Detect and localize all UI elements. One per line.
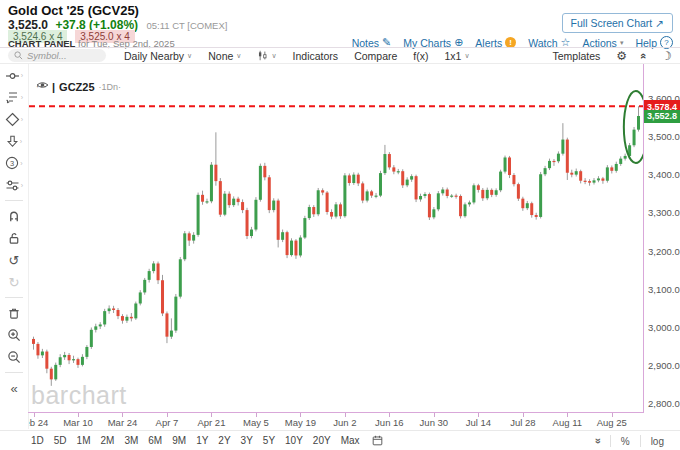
shapes-tool-icon[interactable]: ›: [0, 108, 28, 130]
candle-body-up: [375, 196, 378, 197]
candle-body-down: [566, 140, 569, 173]
grid-layout-dropdown[interactable]: 1x1 ∨: [444, 50, 469, 62]
candle-body-up: [317, 190, 320, 214]
annotations-tool-icon[interactable]: ›: [0, 86, 28, 108]
candle-body-down: [490, 190, 493, 195]
price-axis[interactable]: 3,578.4 3,552.8 3,600.03,500.03,400.03,3…: [645, 64, 680, 413]
x-axis-label: May 5: [243, 417, 269, 428]
candle-body-down: [455, 196, 458, 197]
series-label[interactable]: ⋯ | GCZ25 ·1Dn·: [36, 80, 121, 93]
unlock-icon[interactable]: [0, 227, 28, 249]
candle-body-down: [246, 210, 249, 236]
collapse-toolbar-icon[interactable]: «: [638, 52, 650, 58]
period-3y[interactable]: 3Y: [241, 435, 253, 448]
candle-body-up: [335, 204, 338, 216]
candle-body-up: [544, 168, 547, 174]
candle-body-up: [633, 130, 636, 146]
period-10y[interactable]: 10Y: [285, 435, 303, 448]
quote-time: 05:11 CT [COMEX]: [146, 20, 227, 31]
chart-type-dropdown[interactable]: ∨: [257, 50, 276, 61]
period-2y[interactable]: 2Y: [218, 435, 230, 448]
candle-body-up: [432, 209, 435, 217]
candle-body-up: [637, 116, 640, 130]
candle-body-down: [446, 190, 449, 196]
y-axis-label: 3,200.0: [648, 246, 680, 257]
candle-body-down: [521, 199, 524, 209]
dark-mode-moon-icon[interactable]: ☾: [661, 49, 672, 63]
y-axis-label: 2,900.0: [648, 360, 680, 371]
trash-icon[interactable]: [0, 302, 28, 324]
candle-body-down: [241, 202, 244, 210]
trendline-tool-icon[interactable]: ›: [0, 64, 28, 86]
candle-body-up: [170, 331, 173, 337]
gear-icon[interactable]: ⚙: [616, 49, 627, 63]
indicators-button[interactable]: Indicators: [293, 50, 339, 62]
date-axis[interactable]: Feb 24Mar 10Mar 24Apr 7Apr 21May 5May 19…: [29, 413, 643, 429]
collapse-panel-down-icon[interactable]: «: [584, 433, 610, 449]
redo-icon[interactable]: ↻: [0, 271, 28, 293]
sidebar-divider: [5, 372, 23, 373]
templates-button[interactable]: Templates: [552, 50, 600, 62]
period-5y[interactable]: 5Y: [263, 435, 275, 448]
candle-body-down: [277, 201, 280, 240]
calendar-icon[interactable]: [372, 435, 383, 448]
y-axis-label: 3,400.0: [648, 169, 680, 180]
x-axis-label: Jun 2: [333, 417, 356, 428]
period-2m[interactable]: 2M: [101, 435, 115, 448]
candle-body-down: [361, 183, 364, 200]
period-5d[interactable]: 5D: [54, 435, 67, 448]
candle-body-down: [579, 171, 582, 181]
candle-body-down: [219, 181, 222, 215]
chevron-down-icon: ∨: [187, 52, 192, 60]
frequency-dropdown[interactable]: Daily Nearby ∨: [124, 50, 192, 62]
fx-button[interactable]: f(x): [413, 50, 428, 62]
candle-body-up: [606, 167, 609, 180]
candle-body-up: [152, 263, 155, 271]
compare-button[interactable]: Compare: [354, 50, 397, 62]
period-6m[interactable]: 6M: [148, 435, 162, 448]
candle-body-up: [108, 308, 111, 311]
candle-body-down: [481, 190, 484, 198]
magnet-icon[interactable]: [0, 205, 28, 227]
zoom-out-icon[interactable]: [0, 346, 28, 368]
period-3m[interactable]: 3M: [124, 435, 138, 448]
candle-body-up: [406, 180, 409, 186]
tools-dropdown[interactable]: None ∨: [208, 50, 241, 62]
period-1m[interactable]: 1M: [77, 435, 91, 448]
candle-body-up: [125, 317, 128, 321]
series-symbol: GCZ25: [59, 81, 94, 93]
period-20y[interactable]: 20Y: [313, 435, 331, 448]
period-max[interactable]: Max: [341, 435, 360, 448]
period-1y[interactable]: 1Y: [196, 435, 208, 448]
zoom-in-icon[interactable]: [0, 324, 28, 346]
period-buttons: 1D 5D 1M 2M 3M 6M 9M 1Y 2Y 3Y 5Y 10Y 20Y…: [31, 435, 383, 448]
chart-settings-sliders-icon[interactable]: ›: [0, 174, 28, 196]
candle-body-down: [294, 241, 297, 256]
y-axis-label: 3,500.0: [648, 131, 680, 142]
candle-body-down: [552, 161, 555, 162]
candle-body-down: [68, 355, 71, 360]
candle-body-down: [459, 196, 462, 216]
candle-body-up: [504, 157, 507, 171]
symbol-search-input[interactable]: Symbol...: [8, 49, 106, 62]
candle-body-down: [76, 359, 79, 365]
barchart-watermark: barchart: [31, 381, 127, 410]
log-scale-button[interactable]: log: [641, 434, 674, 449]
chevron-down-icon: ∨: [271, 52, 276, 60]
full-screen-chart-button[interactable]: Full Screen Chart ↗: [562, 13, 673, 33]
chart-toolbar: Symbol... Daily Nearby ∨ None ∨ ∨ Indica…: [8, 48, 672, 63]
chart-plot-area[interactable]: ⋯ | GCZ25 ·1Dn· barchart: [29, 64, 643, 412]
candle-body-down: [165, 313, 168, 336]
period-1d[interactable]: 1D: [31, 435, 44, 448]
collapse-sidebar-icon[interactable]: «: [0, 377, 28, 399]
candle-body-down: [121, 316, 124, 321]
undo-icon[interactable]: ↺: [0, 249, 28, 271]
candle-body-up: [615, 164, 618, 171]
candle-body-up: [593, 180, 596, 182]
arrow-tool-icon[interactable]: ›: [0, 130, 28, 152]
fibonacci-tool-icon[interactable]: 3 ›: [0, 152, 28, 174]
percent-scale-button[interactable]: %: [611, 434, 640, 449]
chart-panel-screen: Gold Oct '25 (GCV25) 3,525.0 +37.8 (+1.0…: [0, 0, 680, 450]
period-9m[interactable]: 9M: [172, 435, 186, 448]
candlestick-chart[interactable]: [29, 64, 643, 412]
